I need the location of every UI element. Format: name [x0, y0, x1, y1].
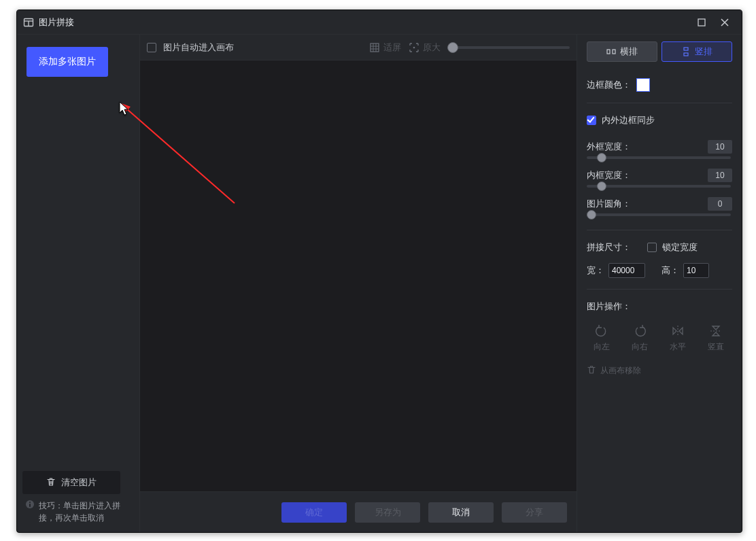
- image-ops-label: 图片操作：: [587, 300, 631, 313]
- height-label: 高：: [662, 264, 679, 277]
- window-title: 图片拼接: [39, 16, 74, 29]
- svg-rect-3: [698, 19, 705, 26]
- outer-width-label: 外框宽度：: [587, 141, 631, 153]
- svg-rect-6: [29, 504, 31, 507]
- radius-label: 图片圆角：: [587, 198, 631, 210]
- rotate-left-button[interactable]: 向左: [587, 324, 617, 353]
- actual-size-label: 原大: [423, 41, 441, 54]
- size-label: 拼接尺寸：: [587, 241, 631, 254]
- clear-images-label: 清空图片: [61, 476, 97, 489]
- inner-width-slider[interactable]: [587, 185, 731, 188]
- remove-from-canvas-button[interactable]: 从画布移除: [587, 365, 732, 377]
- remove-icon: [587, 365, 596, 377]
- mode-horizontal-button[interactable]: 横排: [587, 41, 657, 62]
- lock-width-checkbox[interactable]: [647, 243, 657, 252]
- zoom-slider[interactable]: [447, 46, 570, 49]
- remove-label: 从画布移除: [600, 365, 641, 377]
- svg-point-5: [29, 502, 31, 503]
- canvas-toolbar: 图片自动进入画布 适屏 原大: [140, 35, 577, 60]
- inner-width-value[interactable]: 10: [708, 169, 732, 182]
- sync-borders-label: 内外边框同步: [602, 114, 655, 126]
- left-panel: 添加多张图片 清空图片 技巧：单击图片进入拼接，再次单击取消: [17, 35, 139, 532]
- svg-rect-9: [607, 50, 610, 54]
- save-as-button[interactable]: 另存为: [355, 502, 420, 523]
- zoom-knob[interactable]: [447, 42, 458, 53]
- radius-value[interactable]: 0: [708, 197, 732, 211]
- outer-width-slider[interactable]: [587, 156, 731, 159]
- rotate-left-icon: [594, 324, 609, 338]
- maximize-button[interactable]: [690, 10, 713, 35]
- close-button[interactable]: [713, 10, 736, 35]
- canvas[interactable]: [140, 60, 577, 491]
- flip-horizontal-button[interactable]: 水平: [663, 324, 693, 353]
- border-color-swatch[interactable]: [636, 78, 650, 92]
- border-color-label: 边框颜色：: [587, 79, 631, 91]
- confirm-button[interactable]: 确定: [281, 502, 347, 523]
- svg-rect-12: [684, 53, 688, 56]
- width-label: 宽：: [587, 264, 604, 277]
- flip-vertical-icon: [708, 324, 723, 338]
- inner-width-label: 内框宽度：: [587, 169, 631, 181]
- footer: 确定 另存为 取消 分享: [140, 491, 577, 532]
- app-window: 图片拼接 添加多张图片 清空图片: [16, 10, 742, 533]
- add-images-button[interactable]: 添加多张图片: [27, 47, 108, 77]
- auto-canvas-label: 图片自动进入画布: [163, 41, 234, 54]
- mode-vertical-icon: [681, 47, 691, 56]
- svg-point-8: [413, 46, 415, 48]
- flip-vertical-button[interactable]: 竖直: [701, 324, 731, 353]
- clear-images-button[interactable]: 清空图片: [22, 471, 120, 494]
- svg-rect-11: [684, 48, 688, 50]
- mode-vertical-button[interactable]: 竖排: [662, 41, 732, 62]
- fit-screen-icon[interactable]: [368, 41, 381, 54]
- tip-text: 技巧：单击图片进入拼接，再次单击取消: [39, 500, 133, 524]
- titlebar: 图片拼接: [17, 10, 742, 35]
- width-input[interactable]: [608, 263, 645, 278]
- cancel-button[interactable]: 取消: [428, 502, 494, 523]
- right-panel: 横排 竖排 边框颜色： 内外边框同步 外框宽: [577, 35, 742, 532]
- rotate-right-icon: [632, 324, 647, 338]
- svg-rect-7: [371, 43, 379, 52]
- actual-size-icon[interactable]: [408, 41, 420, 54]
- app-icon: [22, 16, 35, 29]
- sync-borders-checkbox[interactable]: [587, 116, 596, 125]
- rotate-right-button[interactable]: 向右: [625, 324, 655, 353]
- info-icon: [25, 500, 35, 509]
- add-images-label: 添加多张图片: [39, 56, 96, 68]
- tip-row: 技巧：单击图片进入拼接，再次单击取消: [22, 498, 134, 524]
- mode-horizontal-icon: [606, 47, 616, 56]
- fit-screen-label: 适屏: [383, 41, 401, 54]
- flip-horizontal-icon: [670, 324, 685, 338]
- trash-icon: [46, 477, 56, 489]
- center-area: 图片自动进入画布 适屏 原大: [139, 35, 577, 532]
- lock-width-label: 锁定宽度: [662, 241, 698, 254]
- auto-canvas-checkbox[interactable]: [147, 43, 156, 52]
- svg-rect-10: [613, 50, 615, 54]
- radius-slider[interactable]: [587, 213, 731, 216]
- height-input[interactable]: [683, 263, 709, 278]
- outer-width-value[interactable]: 10: [708, 140, 732, 154]
- share-button[interactable]: 分享: [502, 502, 567, 523]
